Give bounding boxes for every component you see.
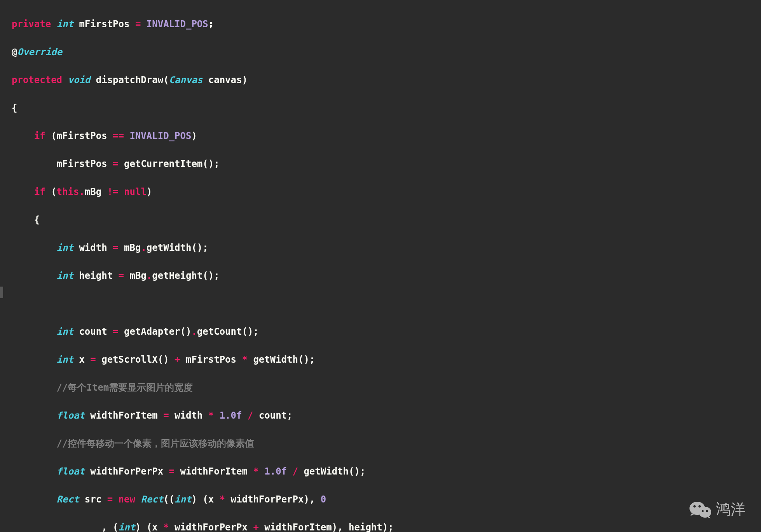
operator: = (113, 158, 118, 169)
variable: mFirstPos (186, 354, 236, 365)
keyword-if: if (34, 130, 45, 141)
operator: == (113, 130, 124, 141)
dot: . (147, 270, 152, 281)
code-line: { (12, 213, 761, 227)
semicolon: ; (214, 158, 219, 169)
paren: ), (304, 494, 315, 505)
variable: count (79, 326, 107, 337)
code-line: float widthForPerPx = widthForItem * 1.0… (12, 464, 761, 478)
paren: ) (135, 522, 141, 532)
operator: * (253, 466, 258, 477)
variable: count (259, 410, 287, 421)
type-int: int (57, 270, 73, 281)
type-rect: Rect (57, 494, 79, 505)
object: mBg (124, 242, 141, 253)
operator: = (169, 466, 175, 477)
operator: = (90, 354, 96, 365)
variable: mFirstPos (57, 158, 107, 169)
operator: = (113, 326, 118, 337)
number: 1.0f (264, 466, 287, 477)
variable: src (85, 494, 101, 505)
paren: ); (382, 522, 394, 532)
type-float: float (57, 466, 85, 477)
code-line: mFirstPos = getCurrentItem(); (12, 157, 761, 171)
type-canvas: Canvas (169, 75, 203, 85)
operator: / (248, 410, 253, 421)
operator: = (163, 410, 169, 421)
variable: width (175, 410, 202, 421)
operator: * (163, 522, 169, 532)
operator: + (253, 522, 258, 532)
semicolon: ; (360, 466, 365, 477)
paren: ( (51, 186, 56, 197)
dot: . (191, 326, 197, 337)
number: 1.0f (220, 410, 242, 421)
constant: INVALID_POS (147, 19, 208, 30)
code-line: //控件每移动一个像素，图片应该移动的像素值 (12, 436, 761, 450)
paren: ) (147, 186, 152, 197)
watermark: 鸿洋 (689, 498, 745, 520)
semicolon: ; (202, 242, 208, 253)
semicolon: ; (253, 326, 258, 337)
code-line: if (this.mBg != null) (12, 185, 761, 199)
variable: widthForPerPx (175, 522, 248, 532)
operator: = (107, 494, 113, 505)
semicolon: ; (208, 19, 214, 30)
operator: * (208, 410, 214, 421)
object: mBg (129, 270, 146, 281)
semicolon: ; (287, 410, 292, 421)
type-int: int (57, 19, 73, 30)
parameter: canvas (208, 75, 242, 85)
keyword-null: null (124, 186, 147, 197)
variable: mFirstPos (79, 19, 129, 30)
method-call: getAdapter() (124, 326, 191, 337)
code-line: int count = getAdapter().getCount(); (12, 325, 761, 339)
code-line: Rect src = new Rect((int) (x * widthForP… (12, 492, 761, 506)
code-line: { (12, 101, 761, 115)
code-line: //每个Item需要显示图片的宽度 (12, 381, 761, 395)
svg-point-2 (693, 505, 696, 508)
type-int: int (57, 242, 73, 253)
keyword-protected: protected (12, 75, 62, 85)
annotation: Override (17, 47, 62, 57)
type-int: int (57, 354, 73, 365)
type-int: int (57, 326, 73, 337)
code-line: int height = mBg.getHeight(); (12, 269, 761, 283)
variable: mFirstPos (57, 130, 107, 141)
code-line: float widthForItem = width * 1.0f / coun… (12, 409, 761, 422)
method-name: dispatchDraw (96, 75, 163, 85)
method-call: getHeight() (152, 270, 214, 281)
keyword-new: new (119, 494, 135, 505)
variable: widthForItem (180, 466, 248, 477)
type-int: int (175, 494, 191, 505)
number: 0 (321, 494, 326, 505)
type-rect: Rect (141, 494, 163, 505)
code-line: @Override (12, 45, 761, 59)
code-editor[interactable]: private int mFirstPos = INVALID_POS; @Ov… (0, 3, 761, 532)
code-line: int x = getScrollX() + mFirstPos * getWi… (12, 353, 761, 367)
operator: = (113, 242, 118, 253)
comment: //控件每移动一个像素，图片应该移动的像素值 (57, 438, 255, 449)
comment: //每个Item需要显示图片的宽度 (57, 382, 193, 393)
variable: x (208, 494, 214, 505)
method-call: getWidth() (147, 242, 203, 253)
operator: + (175, 354, 180, 365)
operator: = (119, 270, 124, 281)
paren: ( (147, 522, 152, 532)
wechat-icon (689, 500, 712, 519)
svg-point-1 (699, 507, 711, 518)
variable: width (79, 242, 107, 253)
dot: . (141, 242, 146, 253)
code-line: protected void dispatchDraw(Canvas canva… (12, 73, 761, 87)
paren: ) (191, 494, 197, 505)
keyword-this: this (57, 186, 79, 197)
operator: != (107, 186, 119, 197)
operator: * (220, 494, 225, 505)
variable: widthForItem (90, 410, 157, 421)
brace: { (12, 103, 17, 113)
variable: height (349, 522, 382, 532)
variable: mBg (85, 186, 101, 197)
annotation-at: @ (12, 47, 17, 57)
semicolon: ; (214, 270, 219, 281)
type-int: int (119, 522, 135, 532)
